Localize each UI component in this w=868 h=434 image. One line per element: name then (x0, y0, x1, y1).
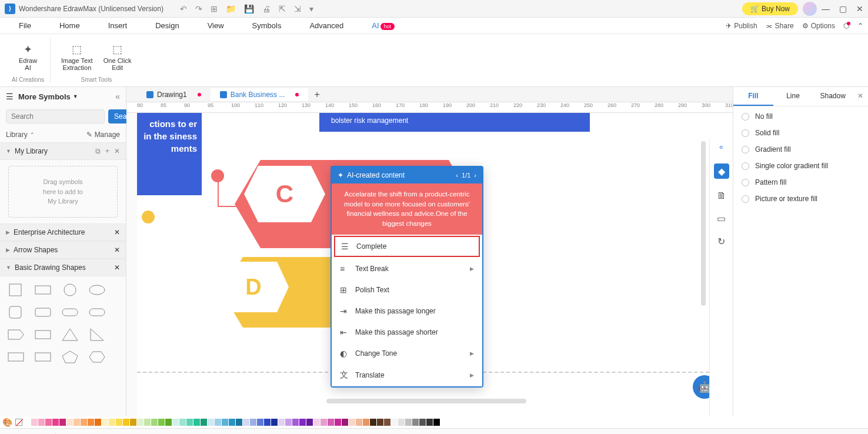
close-section-icon[interactable]: ✕ (114, 246, 120, 254)
color-swatch[interactable] (208, 419, 214, 426)
close-icon[interactable]: ✕ (856, 4, 863, 14)
color-swatch[interactable] (328, 419, 334, 426)
no-color-swatch[interactable] (15, 419, 22, 426)
color-swatch[interactable] (426, 419, 433, 426)
ai-item-polish-text[interactable]: ⊞Polish Text (332, 279, 482, 301)
copy-icon[interactable]: ⧉ (95, 147, 101, 155)
rp-tab-fill[interactable]: Fill (733, 87, 773, 106)
drop-zone[interactable]: Drag symbols here to add to My Library (8, 166, 118, 218)
color-swatch[interactable] (398, 419, 405, 426)
share-button[interactable]: ⫘ Share (766, 22, 794, 30)
color-swatch[interactable] (292, 419, 299, 426)
color-swatch[interactable] (95, 419, 101, 426)
blue-heading-block[interactable]: ctions to er in the siness ments (137, 113, 202, 195)
color-swatch[interactable] (109, 419, 115, 426)
color-swatch[interactable] (285, 419, 292, 426)
color-swatch[interactable] (59, 419, 66, 426)
ai-item-make-longer[interactable]: ⇥Make this passage longer (332, 301, 482, 322)
color-swatch[interactable] (172, 419, 179, 426)
color-swatch[interactable] (130, 419, 136, 426)
shape-rect[interactable] (31, 280, 55, 300)
color-swatch[interactable] (377, 419, 383, 426)
notification-icon[interactable]: ⬡ (843, 22, 849, 30)
publish-button[interactable]: ✈ Publish (726, 22, 757, 30)
color-swatch[interactable] (313, 419, 320, 426)
color-swatch[interactable] (271, 419, 278, 426)
color-swatch[interactable] (335, 419, 341, 426)
color-swatch[interactable] (24, 419, 31, 426)
section-arrow-shapes[interactable]: ▶Arrow Shapes✕ (0, 241, 126, 259)
color-swatch[interactable] (363, 419, 369, 426)
color-swatch[interactable] (342, 419, 348, 426)
menu-file[interactable]: File (5, 19, 45, 32)
minimize-icon[interactable]: — (822, 4, 830, 14)
color-swatch[interactable] (250, 419, 256, 426)
color-swatch[interactable] (165, 419, 172, 426)
shape-rect2[interactable] (31, 325, 55, 345)
color-swatch[interactable] (102, 419, 108, 426)
fill-option-solid[interactable]: Solid fill (742, 129, 860, 137)
shape-tag[interactable] (4, 325, 28, 345)
color-swatch[interactable] (116, 419, 122, 426)
color-swatch[interactable] (88, 419, 94, 426)
horizontal-scrollbar[interactable] (326, 399, 526, 403)
color-swatch[interactable] (38, 419, 45, 426)
color-swatch[interactable] (31, 419, 38, 426)
fill-option-picture[interactable]: Picture or texture fill (742, 195, 860, 203)
shape-stadium[interactable] (85, 302, 109, 322)
maximize-icon[interactable]: ▢ (839, 4, 847, 14)
vertical-scrollbar[interactable] (701, 141, 706, 306)
color-swatch[interactable] (151, 419, 158, 426)
shape-square[interactable] (4, 280, 28, 300)
dropdown-icon[interactable]: ▾ (309, 4, 313, 14)
color-swatch[interactable] (384, 419, 390, 426)
ai-item-make-shorter[interactable]: ⇤Make this passage shorter (332, 322, 482, 343)
menu-view[interactable]: View (193, 19, 238, 32)
color-swatch[interactable] (349, 419, 355, 426)
color-swatch[interactable] (306, 419, 313, 426)
color-swatch[interactable] (144, 419, 151, 426)
color-picker-icon[interactable]: 🎨 (2, 418, 12, 427)
color-swatch[interactable] (236, 419, 242, 426)
new-icon[interactable]: ⊞ (211, 4, 218, 14)
rp-tab-line[interactable]: Line (773, 87, 813, 106)
buy-now-button[interactable]: 🛒 Buy Now (742, 2, 798, 15)
add-tab-button[interactable]: + (308, 89, 325, 100)
close-section-icon[interactable]: ✕ (114, 228, 120, 236)
color-swatch[interactable] (433, 419, 440, 426)
ai-item-change-tone[interactable]: ◐Change Tone▶ (332, 343, 482, 364)
color-swatch[interactable] (186, 419, 193, 426)
fill-tool-icon[interactable]: ◆ (714, 163, 729, 179)
section-enterprise-architecture[interactable]: ▶Enterprise Architecture✕ (0, 223, 126, 241)
close-section-icon[interactable]: ✕ (114, 147, 120, 155)
menu-advanced[interactable]: Advanced (295, 19, 358, 32)
color-swatch[interactable] (391, 419, 398, 426)
shape-circle[interactable] (58, 280, 82, 300)
color-swatch[interactable] (229, 419, 235, 426)
shape-hexagon[interactable] (85, 347, 109, 367)
manage-link[interactable]: ✎ Manage (86, 131, 120, 139)
color-swatch[interactable] (264, 419, 271, 426)
shape-ellipse[interactable] (85, 280, 109, 300)
chevron-down-icon[interactable]: ▼ (73, 94, 78, 99)
color-swatch[interactable] (299, 419, 306, 426)
shape-right-triangle[interactable] (85, 325, 109, 345)
fill-option-single-gradient[interactable]: Single color gradient fill (742, 162, 860, 170)
export-icon[interactable]: ⇱ (279, 4, 286, 14)
search-input[interactable] (6, 109, 105, 123)
history-tool-icon[interactable]: ↻ (717, 236, 725, 247)
menu-design[interactable]: Design (141, 19, 193, 32)
color-swatch[interactable] (45, 419, 52, 426)
options-button[interactable]: ⚙ Options (802, 22, 835, 30)
menu-symbols[interactable]: Symbols (238, 19, 296, 32)
tab-bank-business[interactable]: Bank Business ... (211, 88, 309, 101)
color-swatch[interactable] (321, 419, 327, 426)
redo-icon[interactable]: ↷ (195, 4, 202, 14)
share-quick-icon[interactable]: ⇲ (294, 4, 301, 14)
color-swatch[interactable] (278, 419, 285, 426)
menu-home[interactable]: Home (45, 19, 94, 32)
color-swatch[interactable] (66, 419, 73, 426)
shape-rect3[interactable] (4, 347, 28, 367)
section-my-library[interactable]: ▼My Library ⧉+✕ (0, 142, 126, 160)
menu-ai[interactable]: AIhot (358, 19, 409, 32)
